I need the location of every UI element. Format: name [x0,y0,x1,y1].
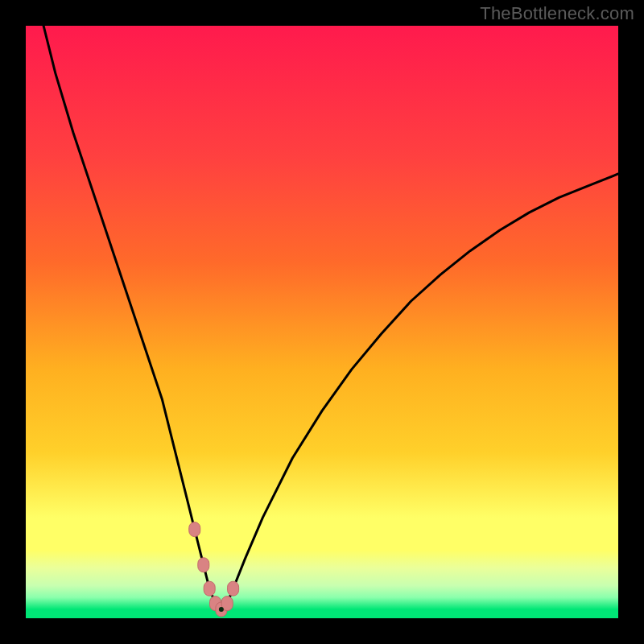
notch-marker [189,522,200,537]
plot-area [26,26,618,618]
watermark-text: TheBottleneck.com [480,3,634,24]
bottleneck-curve [26,26,618,618]
notch-marker [198,558,209,572]
notch-marker [228,581,239,596]
curve-path [43,26,618,609]
min-point [219,607,224,612]
notch-marker [204,581,215,596]
chart-container: TheBottleneck.com [0,0,644,644]
